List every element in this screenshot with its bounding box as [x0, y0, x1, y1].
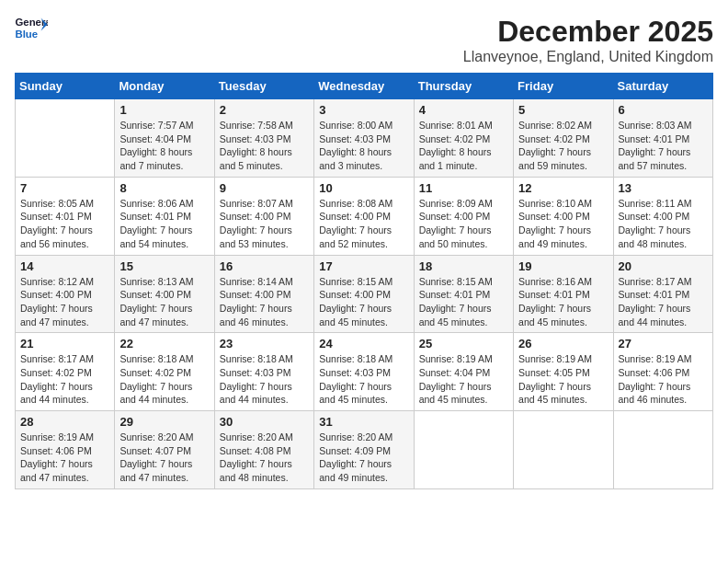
- day-number: 18: [419, 259, 508, 273]
- day-number: 22: [119, 337, 209, 350]
- logo: General Blue: [15, 15, 48, 40]
- day-info: Sunrise: 8:13 AMSunset: 4:00 PMDaylight:…: [119, 275, 209, 329]
- calendar-cell: 14Sunrise: 8:12 AMSunset: 4:00 PMDayligh…: [16, 255, 115, 333]
- calendar-cell: 20Sunrise: 8:17 AMSunset: 4:01 PMDayligh…: [613, 255, 712, 333]
- calendar-cell: 12Sunrise: 8:10 AMSunset: 4:00 PMDayligh…: [514, 177, 613, 255]
- day-number: 12: [518, 181, 608, 195]
- calendar-week-row: 7Sunrise: 8:05 AMSunset: 4:01 PMDaylight…: [16, 177, 713, 255]
- day-info: Sunrise: 8:05 AMSunset: 4:01 PMDaylight:…: [20, 197, 109, 251]
- day-number: 4: [419, 103, 508, 117]
- calendar-cell: 10Sunrise: 8:08 AMSunset: 4:00 PMDayligh…: [314, 177, 414, 255]
- day-info: Sunrise: 8:16 AMSunset: 4:01 PMDaylight:…: [518, 275, 608, 329]
- day-info: Sunrise: 8:15 AMSunset: 4:00 PMDaylight:…: [319, 275, 408, 329]
- day-number: 15: [119, 259, 209, 273]
- day-number: 5: [518, 103, 608, 117]
- day-info: Sunrise: 8:01 AMSunset: 4:02 PMDaylight:…: [419, 119, 508, 173]
- day-info: Sunrise: 8:11 AMSunset: 4:00 PMDaylight:…: [619, 197, 708, 251]
- day-number: 26: [518, 337, 608, 350]
- day-number: 9: [220, 181, 309, 195]
- svg-text:General: General: [16, 17, 49, 28]
- day-info: Sunrise: 8:17 AMSunset: 4:02 PMDaylight:…: [20, 352, 109, 407]
- day-info: Sunrise: 8:12 AMSunset: 4:00 PMDaylight:…: [20, 275, 109, 329]
- day-info: Sunrise: 8:18 AMSunset: 4:03 PMDaylight:…: [319, 352, 408, 407]
- day-number: 13: [619, 181, 708, 195]
- day-number: 28: [20, 415, 109, 429]
- calendar-cell: 28Sunrise: 8:19 AMSunset: 4:06 PMDayligh…: [16, 411, 115, 489]
- calendar-cell: 22Sunrise: 8:18 AMSunset: 4:02 PMDayligh…: [115, 333, 214, 411]
- calendar-cell: 8Sunrise: 8:06 AMSunset: 4:01 PMDaylight…: [115, 177, 214, 255]
- calendar-cell: 7Sunrise: 8:05 AMSunset: 4:01 PMDaylight…: [16, 177, 115, 255]
- calendar-cell: 27Sunrise: 8:19 AMSunset: 4:06 PMDayligh…: [613, 333, 712, 411]
- calendar-table: SundayMondayTuesdayWednesdayThursdayFrid…: [15, 73, 713, 489]
- day-info: Sunrise: 8:19 AMSunset: 4:06 PMDaylight:…: [619, 352, 708, 407]
- day-number: 11: [419, 181, 508, 195]
- calendar-cell: 1Sunrise: 7:57 AMSunset: 4:04 PMDaylight…: [115, 99, 214, 178]
- day-info: Sunrise: 7:57 AMSunset: 4:04 PMDaylight:…: [119, 119, 209, 173]
- day-number: 2: [220, 103, 309, 117]
- day-number: 27: [619, 337, 708, 350]
- calendar-cell: [613, 411, 712, 489]
- calendar-cell: 9Sunrise: 8:07 AMSunset: 4:00 PMDaylight…: [214, 177, 313, 255]
- weekday-header-saturday: Saturday: [613, 74, 712, 99]
- calendar-cell: [514, 411, 613, 489]
- calendar-cell: 19Sunrise: 8:16 AMSunset: 4:01 PMDayligh…: [514, 255, 613, 333]
- day-info: Sunrise: 8:07 AMSunset: 4:00 PMDaylight:…: [220, 197, 309, 251]
- day-info: Sunrise: 7:58 AMSunset: 4:03 PMDaylight:…: [220, 119, 309, 173]
- calendar-cell: 24Sunrise: 8:18 AMSunset: 4:03 PMDayligh…: [314, 333, 414, 411]
- day-info: Sunrise: 8:06 AMSunset: 4:01 PMDaylight:…: [119, 197, 209, 251]
- calendar-cell: 11Sunrise: 8:09 AMSunset: 4:00 PMDayligh…: [414, 177, 513, 255]
- calendar-cell: 16Sunrise: 8:14 AMSunset: 4:00 PMDayligh…: [214, 255, 313, 333]
- day-number: 31: [319, 415, 408, 429]
- calendar-cell: 15Sunrise: 8:13 AMSunset: 4:00 PMDayligh…: [115, 255, 214, 333]
- day-info: Sunrise: 8:20 AMSunset: 4:09 PMDaylight:…: [319, 431, 408, 485]
- day-number: 29: [119, 415, 209, 429]
- calendar-cell: [16, 99, 115, 178]
- day-info: Sunrise: 8:20 AMSunset: 4:07 PMDaylight:…: [119, 431, 209, 485]
- calendar-cell: 5Sunrise: 8:02 AMSunset: 4:02 PMDaylight…: [514, 99, 613, 178]
- page-header: General Blue December 2025 Llanveynoe, E…: [15, 15, 713, 65]
- logo-icon: General Blue: [15, 15, 48, 40]
- calendar-cell: [414, 411, 513, 489]
- day-info: Sunrise: 8:08 AMSunset: 4:00 PMDaylight:…: [319, 197, 408, 251]
- day-number: 20: [619, 259, 708, 273]
- weekday-header-wednesday: Wednesday: [314, 74, 414, 99]
- day-info: Sunrise: 8:19 AMSunset: 4:04 PMDaylight:…: [419, 352, 508, 407]
- day-info: Sunrise: 8:15 AMSunset: 4:01 PMDaylight:…: [419, 275, 508, 329]
- day-info: Sunrise: 8:00 AMSunset: 4:03 PMDaylight:…: [319, 119, 408, 173]
- day-info: Sunrise: 8:20 AMSunset: 4:08 PMDaylight:…: [220, 431, 309, 485]
- calendar-cell: 23Sunrise: 8:18 AMSunset: 4:03 PMDayligh…: [214, 333, 313, 411]
- calendar-cell: 3Sunrise: 8:00 AMSunset: 4:03 PMDaylight…: [314, 99, 414, 178]
- weekday-header-friday: Friday: [514, 74, 613, 99]
- calendar-cell: 6Sunrise: 8:03 AMSunset: 4:01 PMDaylight…: [613, 99, 712, 178]
- day-number: 10: [319, 181, 408, 195]
- day-number: 6: [619, 103, 708, 117]
- location-title: Llanveynoe, England, United Kingdom: [463, 49, 713, 65]
- day-number: 3: [319, 103, 408, 117]
- day-info: Sunrise: 8:10 AMSunset: 4:00 PMDaylight:…: [518, 197, 608, 251]
- calendar-cell: 4Sunrise: 8:01 AMSunset: 4:02 PMDaylight…: [414, 99, 513, 178]
- day-number: 25: [419, 337, 508, 350]
- day-number: 21: [20, 337, 109, 350]
- weekday-header-row: SundayMondayTuesdayWednesdayThursdayFrid…: [16, 74, 713, 99]
- calendar-week-row: 1Sunrise: 7:57 AMSunset: 4:04 PMDaylight…: [16, 99, 713, 178]
- day-info: Sunrise: 8:17 AMSunset: 4:01 PMDaylight:…: [619, 275, 708, 329]
- day-info: Sunrise: 8:18 AMSunset: 4:02 PMDaylight:…: [119, 352, 209, 407]
- day-number: 30: [220, 415, 309, 429]
- day-info: Sunrise: 8:18 AMSunset: 4:03 PMDaylight:…: [220, 352, 309, 407]
- calendar-cell: 21Sunrise: 8:17 AMSunset: 4:02 PMDayligh…: [16, 333, 115, 411]
- calendar-cell: 31Sunrise: 8:20 AMSunset: 4:09 PMDayligh…: [314, 411, 414, 489]
- day-info: Sunrise: 8:03 AMSunset: 4:01 PMDaylight:…: [619, 119, 708, 173]
- day-info: Sunrise: 8:14 AMSunset: 4:00 PMDaylight:…: [220, 275, 309, 329]
- calendar-cell: 29Sunrise: 8:20 AMSunset: 4:07 PMDayligh…: [115, 411, 214, 489]
- month-title: December 2025: [463, 15, 713, 49]
- calendar-cell: 18Sunrise: 8:15 AMSunset: 4:01 PMDayligh…: [414, 255, 513, 333]
- calendar-week-row: 28Sunrise: 8:19 AMSunset: 4:06 PMDayligh…: [16, 411, 713, 489]
- day-number: 17: [319, 259, 408, 273]
- day-number: 7: [20, 181, 109, 195]
- day-number: 16: [220, 259, 309, 273]
- day-number: 19: [518, 259, 608, 273]
- day-number: 24: [319, 337, 408, 350]
- day-info: Sunrise: 8:02 AMSunset: 4:02 PMDaylight:…: [518, 119, 608, 173]
- title-area: December 2025 Llanveynoe, England, Unite…: [463, 15, 713, 65]
- day-number: 8: [119, 181, 209, 195]
